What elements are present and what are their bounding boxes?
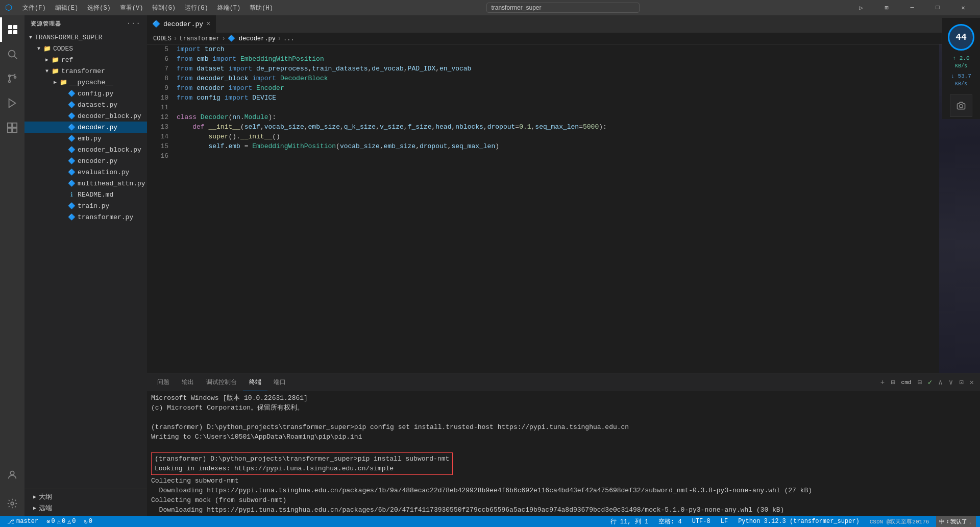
menu-goto[interactable]: 转到(G): [148, 3, 180, 13]
maximize-panel-icon[interactable]: ⊡: [957, 377, 965, 388]
tree-item-evaluation[interactable]: 🔷 evaluation.py: [24, 166, 147, 178]
tree-item-emb[interactable]: 🔷 emb.py: [24, 133, 147, 144]
terminal-type-icon[interactable]: ⊟: [915, 377, 923, 388]
panel-tab-output[interactable]: 输出: [176, 373, 200, 391]
indentation-status[interactable]: 空格: 4: [655, 516, 685, 527]
minimize-button[interactable]: ─: [900, 0, 924, 15]
vscode-logo-icon: ⬡: [5, 3, 12, 13]
panel-tab-terminal[interactable]: 终端: [243, 373, 267, 391]
close-panel-button[interactable]: ✕: [968, 377, 976, 388]
breadcrumb-sep: ›: [278, 35, 281, 42]
encoding-label: UTF-8: [692, 518, 710, 525]
explorer-icon[interactable]: [0, 17, 24, 42]
chevron-down-icon[interactable]: ∨: [947, 377, 955, 388]
search-input[interactable]: [486, 3, 640, 13]
add-terminal-icon[interactable]: +: [878, 377, 887, 388]
menu-run[interactable]: 运行(G): [181, 3, 212, 13]
tree-item-decoder-block[interactable]: 🔷 decoder_block.py: [24, 110, 147, 122]
tree-evaluation-label: evaluation.py: [78, 169, 129, 176]
ime-indicator[interactable]: 中 ↕ 我认了，: [936, 516, 976, 527]
indentation-label: 空格: 4: [658, 517, 682, 526]
git-icon[interactable]: [0, 66, 24, 91]
extensions-icon[interactable]: [0, 115, 24, 140]
tree-ref-label: ref: [61, 56, 73, 64]
tree-item-multihead[interactable]: 🔷 multihead_attn.py: [24, 178, 147, 189]
debug-icon[interactable]: [0, 91, 24, 115]
tree-item-config[interactable]: 🔷 config.py: [24, 88, 147, 99]
git-branch-status[interactable]: ⎇ master: [4, 516, 41, 527]
sidebar-more-icon[interactable]: ···: [127, 19, 141, 28]
errors-status[interactable]: ⊗ 0 ⚠ 0 △ 0: [43, 516, 79, 527]
panel-tab-problems[interactable]: 问题: [151, 373, 176, 391]
main-container: 资源管理器 ··· ▼ TRANSFORMER_SUPER ▼ 📁 CODES …: [0, 15, 980, 516]
tree-item-encoder[interactable]: 🔷 encoder.py: [24, 155, 147, 166]
tab-decoder[interactable]: 🔷 decoder.py ×: [147, 15, 216, 33]
chevron-up-icon[interactable]: ∧: [936, 377, 944, 388]
tree-item-dataset[interactable]: 🔷 dataset.py: [24, 99, 147, 110]
python-file-icon: 🔷: [67, 168, 76, 176]
menu-terminal[interactable]: 终端(T): [213, 3, 245, 13]
close-button[interactable]: ✕: [951, 0, 975, 15]
menu-view[interactable]: 查看(V): [116, 3, 148, 13]
outline-item[interactable]: ▶ 大纲: [29, 491, 143, 502]
tree-item-readme[interactable]: ℹ README.md: [24, 189, 147, 200]
split-terminal-icon[interactable]: ⊞: [889, 377, 897, 388]
panel-tab-debug[interactable]: 调试控制台: [200, 373, 243, 391]
tree-item-encoder-block[interactable]: 🔷 encoder_block.py: [24, 144, 147, 155]
remote-item[interactable]: ▶ 远端: [29, 502, 143, 514]
tree-item-train[interactable]: 🔷 train.py: [24, 200, 147, 211]
terminal-line: Writing to C:\Users\10501\AppData\Roamin…: [151, 432, 976, 442]
sync-status[interactable]: ↻ 0: [81, 516, 95, 527]
error-count: 0: [51, 518, 55, 525]
terminal-line: (c) Microsoft Corporation。保留所有权利。: [151, 403, 976, 413]
run-icon[interactable]: ▷: [849, 0, 873, 15]
panel-area: 问题 输出 调试控制台 终端 端口 + ⊞ cmd ⊟ ✓ ∧ ∨ ⊡ ✕: [147, 373, 980, 516]
svg-rect-3: [13, 30, 17, 34]
search-icon[interactable]: [0, 42, 24, 66]
svg-point-4: [9, 51, 15, 57]
breadcrumb-filename[interactable]: 🔷 decoder.py: [228, 35, 276, 42]
encoding-status[interactable]: UTF-8: [689, 516, 714, 527]
settings-icon[interactable]: [0, 491, 24, 516]
breadcrumb-symbol[interactable]: ...: [283, 35, 295, 42]
language-status[interactable]: Python 3.12.3 (transformer_super): [735, 516, 863, 527]
tree-item-decoder[interactable]: 🔷 decoder.py: [24, 122, 147, 133]
tree-emb-label: emb.py: [78, 135, 102, 142]
svg-line-5: [14, 56, 17, 59]
menu-help[interactable]: 帮助(H): [246, 3, 277, 13]
tree-item-root[interactable]: ▼ TRANSFORMER_SUPER: [24, 32, 147, 43]
python-file-icon: 🔷: [67, 112, 76, 120]
menu-file[interactable]: 文件(F): [18, 3, 50, 13]
breadcrumb-codes[interactable]: CODES: [153, 35, 172, 42]
python-file-icon: 🔷: [67, 202, 76, 210]
chevron-down-icon: ▼: [35, 44, 43, 53]
ime-arrow-icon: ↕: [946, 518, 949, 524]
layout-icon[interactable]: ⊞: [875, 0, 898, 15]
chevron-right-icon: ▶: [51, 78, 59, 86]
right-overlay-panel: 44 ↑ 2.0KB/s ↓ 53.7KB/s: [942, 18, 980, 119]
account-icon[interactable]: [0, 463, 24, 487]
menu-select[interactable]: 选择(S): [83, 3, 115, 13]
tab-close-button[interactable]: ×: [206, 20, 210, 28]
tree-item-codes[interactable]: ▼ 📁 CODES: [24, 43, 147, 54]
tree-multihead-label: multihead_attn.py: [78, 180, 145, 187]
svg-point-7: [9, 81, 11, 83]
python-file-icon: 🔷: [67, 146, 76, 154]
titlebar-menu[interactable]: 文件(F) 编辑(E) 选择(S) 查看(V) 转到(G) 运行(G) 终端(T…: [18, 3, 277, 13]
sidebar-header-icons: ···: [127, 19, 141, 28]
panel-tab-ports[interactable]: 端口: [267, 373, 292, 391]
breadcrumb-transformer[interactable]: transformer: [179, 35, 219, 42]
menu-edit[interactable]: 编辑(E): [51, 3, 83, 13]
cursor-position-status[interactable]: 行 11, 列 1: [607, 516, 651, 527]
tree-item-pycache[interactable]: ▶ 📁 __pycache__: [24, 77, 147, 88]
tree-item-transformerpy[interactable]: 🔷 transformer.py: [24, 211, 147, 223]
terminal-line: Downloading https://pypi.tuna.tsinghua.e…: [151, 486, 976, 495]
tree-codes-label: CODES: [53, 45, 73, 53]
camera-button[interactable]: [950, 94, 972, 117]
line-ending-status[interactable]: LF: [718, 516, 731, 527]
tree-item-ref[interactable]: ▶ 📁 ref: [24, 54, 147, 65]
maximize-button[interactable]: □: [926, 0, 949, 15]
tree-config-label: config.py: [78, 90, 113, 98]
tree-item-transformer[interactable]: ▼ 📁 transformer: [24, 65, 147, 77]
terminal-content[interactable]: Microsoft Windows [版本 10.0.22631.2861] (…: [147, 391, 980, 516]
